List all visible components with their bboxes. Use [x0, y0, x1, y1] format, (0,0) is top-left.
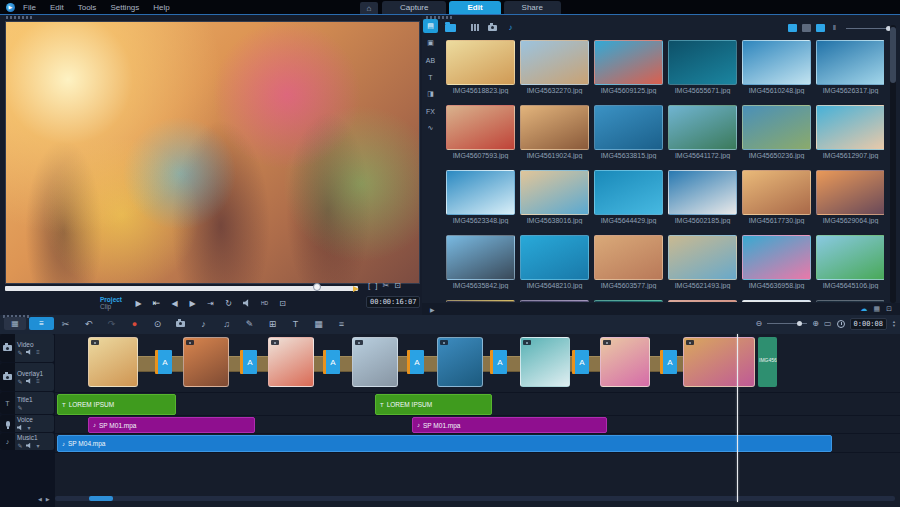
- track-header-video[interactable]: Video ✎ ≡: [0, 334, 54, 362]
- filter-photo-button[interactable]: [486, 22, 499, 33]
- library-item[interactable]: IMG45648210.jpg: [520, 235, 589, 300]
- project-clip-toggle[interactable]: Project Clip: [100, 296, 122, 310]
- timeline-zoom-slider[interactable]: [767, 323, 807, 324]
- library-item[interactable]: IMG45619024.jpg: [520, 105, 589, 170]
- panel-grip[interactable]: [6, 16, 32, 19]
- library-item[interactable]: IMG45603577.jpg: [594, 235, 663, 300]
- next-frame-button[interactable]: ▶: [187, 297, 198, 309]
- painting-creator-button[interactable]: ✎: [244, 317, 255, 330]
- timeline-interval-timecode[interactable]: 0:00:08: [850, 318, 888, 330]
- voice-clip[interactable]: ♪SP M01.mpa: [88, 417, 255, 433]
- hscrollbar-thumb[interactable]: [89, 496, 113, 501]
- storyboard-view-button[interactable]: ▦: [4, 317, 26, 330]
- timeline-hscrollbar[interactable]: [55, 496, 895, 501]
- transition-clip[interactable]: A: [155, 350, 172, 374]
- tab-share[interactable]: Share: [504, 1, 561, 14]
- library-item[interactable]: IMG45609125.jpg: [594, 40, 663, 105]
- voice-clip[interactable]: ♪SP M01.mpa: [412, 417, 607, 433]
- library-item[interactable]: IMG45645106.jpg: [816, 235, 884, 300]
- library-item[interactable]: IMG45641172.jpg: [668, 105, 737, 170]
- clip-mode-button[interactable]: Clip: [100, 303, 122, 310]
- library-item[interactable]: IMG45607593.jpg: [446, 105, 515, 170]
- scrollbar-thumb[interactable]: [890, 27, 896, 83]
- home-tab-button[interactable]: ⌂: [360, 2, 378, 14]
- home-button[interactable]: ⇤: [151, 297, 162, 309]
- menu-tools[interactable]: Tools: [78, 3, 97, 12]
- library-item[interactable]: IMG45623348.jpg: [446, 170, 515, 235]
- playback-quality-button[interactable]: HD: [259, 297, 270, 309]
- zoom-slider-knob[interactable]: [797, 321, 802, 326]
- mute-track-icon[interactable]: [17, 425, 23, 431]
- timeline-playhead[interactable]: [737, 334, 738, 502]
- library-item[interactable]: IMG45618823.jpg: [446, 40, 515, 105]
- library-item[interactable]: IMG45629064.jpg: [816, 170, 884, 235]
- menu-edit[interactable]: Edit: [50, 3, 64, 12]
- library-item[interactable]: IMG45635842.jpg: [446, 235, 515, 300]
- view-grid-large-button[interactable]: [816, 24, 825, 32]
- library-item[interactable]: IMG45626317.jpg: [816, 40, 884, 105]
- rail-paths-button[interactable]: ∿: [423, 121, 438, 135]
- track-header-music[interactable]: ♪ Music1 ✎ ▾: [0, 433, 54, 450]
- library-item[interactable]: IMG45617730.jpg: [742, 170, 811, 235]
- cloud-icon[interactable]: ☁: [861, 305, 868, 313]
- library-item[interactable]: IMG45647295.jpg: [668, 300, 737, 302]
- interval-stepper[interactable]: ▲▼: [892, 320, 896, 328]
- transition-clip[interactable]: A: [407, 350, 424, 374]
- volume-button[interactable]: [241, 297, 252, 309]
- library-item[interactable]: IMG45621493.jpg: [668, 235, 737, 300]
- track-header-title[interactable]: T Title1 ✎: [0, 392, 54, 414]
- subtitle-editor-button[interactable]: T: [290, 317, 301, 330]
- library-scrollbar[interactable]: [890, 25, 896, 303]
- rail-graphics-button[interactable]: ◨: [423, 87, 438, 101]
- expand-icon[interactable]: ⊡: [886, 305, 892, 313]
- record-capture-button[interactable]: ●: [129, 317, 140, 330]
- library-item[interactable]: IMG45639512.jpg: [594, 300, 663, 302]
- edit-track-icon[interactable]: ✎: [17, 378, 23, 385]
- edit-track-icon[interactable]: ✎: [17, 442, 23, 449]
- video-clip[interactable]: [520, 337, 570, 387]
- library-item[interactable]: IMG45632270.jpg: [520, 40, 589, 105]
- video-clip[interactable]: [683, 337, 755, 387]
- music-clip[interactable]: ♪SP M04.mpa: [57, 435, 832, 452]
- compact-photo-clip[interactable]: IMG456: [758, 337, 777, 387]
- video-clip[interactable]: [600, 337, 650, 387]
- rail-titles-button[interactable]: T: [423, 70, 438, 84]
- library-item[interactable]: IMG45612907.jpg: [816, 105, 884, 170]
- library-item[interactable]: IMG45602185.jpg: [668, 170, 737, 235]
- tab-edit[interactable]: Edit: [449, 1, 500, 14]
- scroll-left-button[interactable]: ◀: [38, 496, 42, 502]
- edit-track-icon[interactable]: ✎: [17, 349, 23, 356]
- mark-out-button[interactable]: ]: [375, 281, 377, 290]
- rail-filters-button[interactable]: FX: [423, 104, 438, 118]
- track-header-voice[interactable]: Voice ▾: [0, 415, 54, 432]
- trim-end-handle[interactable]: [353, 286, 359, 292]
- end-button[interactable]: ⇥: [205, 297, 216, 309]
- scrubber-handle[interactable]: [313, 283, 321, 291]
- view-grid-small-button[interactable]: [802, 24, 811, 32]
- timeline-view-button[interactable]: ≡: [29, 317, 54, 330]
- track-chevron-icon[interactable]: ▾: [35, 442, 41, 449]
- zoom-in-button[interactable]: ⊕: [812, 319, 819, 328]
- track-area[interactable]: AAAAAAAIMG456 TLOREM IPSUMTLOREM IPSUM ♪…: [55, 334, 900, 507]
- multicam-editor-button[interactable]: ▦: [313, 317, 324, 330]
- library-item[interactable]: IMG45624860.jpg: [520, 300, 589, 302]
- filter-audio-button[interactable]: ♪: [504, 22, 517, 33]
- grid-icon[interactable]: ▦: [874, 305, 881, 313]
- menu-settings[interactable]: Settings: [110, 3, 139, 12]
- video-clip[interactable]: [183, 337, 229, 387]
- menu-file[interactable]: File: [23, 3, 36, 12]
- video-clip[interactable]: [352, 337, 398, 387]
- enlarge-preview-button[interactable]: ⊡: [277, 297, 288, 309]
- title-clip[interactable]: TLOREM IPSUM: [57, 394, 176, 415]
- undo-button[interactable]: ↶: [83, 317, 94, 330]
- library-item[interactable]: IMG45636958.jpg: [742, 235, 811, 300]
- menu-help[interactable]: Help: [153, 3, 169, 12]
- transition-clip[interactable]: A: [660, 350, 677, 374]
- library-item[interactable]: IMG45655671.jpg: [668, 40, 737, 105]
- view-list-button[interactable]: [788, 24, 797, 32]
- track-menu-icon[interactable]: ≡: [35, 349, 41, 355]
- mute-track-icon[interactable]: [26, 378, 32, 384]
- rail-media-button[interactable]: ▤: [423, 19, 438, 33]
- expand-panel-arrow[interactable]: ▶: [430, 306, 435, 313]
- motion-tracking-button[interactable]: ⊙: [152, 317, 163, 330]
